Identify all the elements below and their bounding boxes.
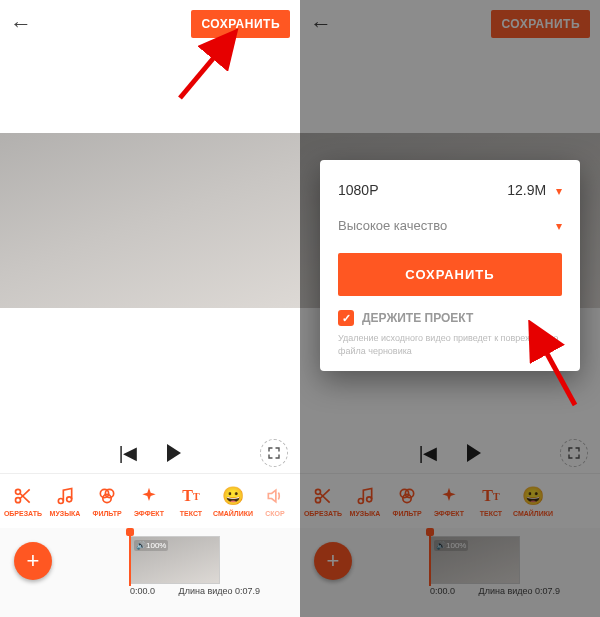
duration-label: Длина видео 0:07.9 [479, 586, 560, 596]
fullscreen-icon[interactable] [260, 439, 288, 467]
tool-label: ФИЛЬТР [392, 510, 421, 517]
svg-line-17 [533, 328, 575, 405]
editor-screen-before: ← СОХРАНИТЬ |◀ ОБРЕЗАТЬ МУ [0, 0, 300, 617]
back-arrow-icon[interactable]: ← [310, 11, 332, 37]
filter-icon [96, 485, 118, 507]
tool-emoji: 😀 СМАЙЛИКИ [512, 485, 554, 517]
tool-text: TT ТЕКСТ [470, 485, 512, 517]
time-labels: 0:00.0 Длина видео 0:07.9 [430, 586, 560, 596]
svg-point-10 [316, 498, 321, 503]
tool-effect[interactable]: ЭФФЕКТ [128, 485, 170, 517]
music-note-icon [54, 485, 76, 507]
annotation-arrow [170, 28, 250, 108]
duration-label: Длина видео 0:07.9 [179, 586, 260, 596]
top-bar: ← СОХРАНИТЬ [0, 0, 300, 48]
emoji-icon: 😀 [222, 485, 244, 507]
svg-point-11 [358, 499, 363, 504]
dialog-save-button[interactable]: СОХРАНИТЬ [338, 253, 562, 296]
tool-music[interactable]: МУЗЫКА [44, 485, 86, 517]
back-arrow-icon[interactable]: ← [10, 11, 32, 37]
volume-icon [264, 485, 286, 507]
tool-emoji[interactable]: 😀 СМАЙЛИКИ [212, 485, 254, 517]
add-clip-button: + [314, 542, 352, 580]
clip-volume-badge: 🔊100% [434, 540, 468, 551]
save-button[interactable]: СОХРАНИТЬ [491, 10, 590, 38]
svg-line-8 [180, 36, 232, 98]
video-clip[interactable]: 🔊100% [130, 536, 220, 584]
tool-label: СМАЙЛИКИ [513, 510, 553, 517]
svg-point-13 [400, 489, 408, 497]
skip-previous-icon[interactable]: |◀ [119, 442, 138, 464]
svg-point-9 [316, 489, 321, 494]
svg-point-1 [16, 498, 21, 503]
tool-label: ФИЛЬТР [92, 510, 121, 517]
resolution-row[interactable]: 1080P 12.9M ▾ [338, 182, 562, 198]
tool-label: МУЗЫКА [350, 510, 381, 517]
tool-label: СКОР [265, 510, 284, 517]
playhead [429, 532, 431, 586]
dropdown-caret-icon: ▾ [556, 184, 562, 198]
emoji-icon: 😀 [522, 485, 544, 507]
video-preview[interactable] [0, 133, 300, 308]
playhead[interactable] [129, 532, 131, 586]
tool-strip: ОБРЕЗАТЬ МУЗЫКА ФИЛЬТР ЭФФЕКТ [0, 473, 300, 528]
video-clip: 🔊100% [430, 536, 520, 584]
keep-project-label: ДЕРЖИТЕ ПРОЕКТ [362, 311, 473, 325]
quality-value: Высокое качество [338, 218, 447, 233]
text-icon: TT [480, 485, 502, 507]
skip-previous-icon: |◀ [419, 442, 438, 464]
sparkle-icon [438, 485, 460, 507]
tool-music: МУЗЫКА [344, 485, 386, 517]
time-start: 0:00.0 [130, 586, 155, 596]
svg-point-0 [16, 489, 21, 494]
timeline[interactable]: + 🔊100% 0:00.0 Длина видео 0:07.9 [0, 528, 300, 617]
fullscreen-icon [560, 439, 588, 467]
text-icon: TT [180, 485, 202, 507]
tool-label: ЭФФЕКТ [134, 510, 164, 517]
playback-controls: |◀ [300, 433, 600, 473]
add-clip-button[interactable]: + [14, 542, 52, 580]
top-bar: ← СОХРАНИТЬ [300, 0, 600, 48]
time-labels: 0:00.0 Длина видео 0:07.9 [130, 586, 260, 596]
tool-label: ОБРЕЗАТЬ [4, 510, 42, 517]
tool-speed[interactable]: СКОР [254, 485, 296, 517]
play-icon [467, 444, 481, 462]
quality-row[interactable]: Высокое качество ▾ [338, 218, 562, 233]
tool-label: ОБРЕЗАТЬ [304, 510, 342, 517]
tool-strip: ОБРЕЗАТЬ МУЗЫКА ФИЛЬТР ЭФФЕКТ [300, 473, 600, 528]
scissors-icon [312, 485, 334, 507]
tool-label: ТЕКСТ [180, 510, 202, 517]
svg-point-15 [403, 494, 411, 502]
sparkle-icon [138, 485, 160, 507]
tool-filter[interactable]: ФИЛЬТР [86, 485, 128, 517]
svg-point-14 [405, 489, 413, 497]
tool-label: ЭФФЕКТ [434, 510, 464, 517]
music-note-icon [354, 485, 376, 507]
tool-trim[interactable]: ОБРЕЗАТЬ [2, 485, 44, 517]
svg-point-6 [103, 494, 111, 502]
tool-trim: ОБРЕЗАТЬ [302, 485, 344, 517]
tool-label: МУЗЫКА [50, 510, 81, 517]
svg-point-12 [367, 497, 372, 502]
play-icon[interactable] [167, 444, 181, 462]
timeline: + 🔊100% 0:00.0 Длина видео 0:07.9 [300, 528, 600, 617]
dropdown-caret-icon: ▾ [556, 219, 562, 233]
checkbox-checked-icon[interactable]: ✓ [338, 310, 354, 326]
annotation-arrow [515, 320, 595, 410]
playback-controls: |◀ [0, 433, 300, 473]
editor-screen-save-dialog: ← СОХРАНИТЬ |◀ ОБРЕЗАТЬ МУ [300, 0, 600, 617]
resolution-value: 1080P [338, 182, 378, 198]
tool-label: СМАЙЛИКИ [213, 510, 253, 517]
tool-text[interactable]: TT ТЕКСТ [170, 485, 212, 517]
tool-label: ТЕКСТ [480, 510, 502, 517]
time-start: 0:00.0 [430, 586, 455, 596]
tool-filter: ФИЛЬТР [386, 485, 428, 517]
clip-volume-badge: 🔊100% [134, 540, 168, 551]
scissors-icon [12, 485, 34, 507]
filter-icon [396, 485, 418, 507]
filesize-value: 12.9M [507, 182, 546, 198]
tool-effect: ЭФФЕКТ [428, 485, 470, 517]
